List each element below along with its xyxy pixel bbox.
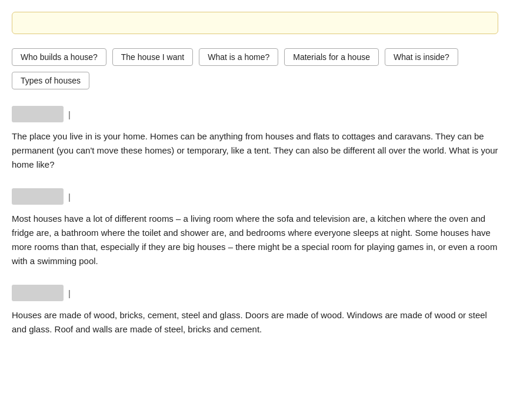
tag-tag2[interactable]: The house I want [112,48,193,66]
sections-container: |The place you live in is your home. Hom… [12,106,498,336]
answer-separator-1: | [68,109,71,119]
section-section1: |The place you live in is your home. Hom… [12,106,498,172]
answer-box-1[interactable] [12,106,64,122]
answer-box-2[interactable] [12,188,64,205]
tag-tag5[interactable]: What is inside? [385,48,458,66]
paragraph-text-1: The place you live in is your home. Home… [12,129,498,172]
tag-tag6[interactable]: Types of houses [12,72,89,89]
paragraph-text-2: Most houses have a lot of different room… [12,212,498,268]
tag-tag4[interactable]: Materials for a house [284,48,379,66]
tag-tag3[interactable]: What is a home? [199,48,278,66]
answer-row-2: | [12,188,498,205]
tag-tag1[interactable]: Who builds a house? [12,48,106,66]
paragraph-text-3: Houses are made of wood, bricks, cement,… [12,308,498,336]
answer-separator-3: | [68,288,71,298]
answer-separator-2: | [68,192,71,202]
answer-row-3: | [12,285,498,301]
instruction-box [12,12,498,34]
section-section3: |Houses are made of wood, bricks, cement… [12,285,498,336]
tags-container: Who builds a house?The house I wantWhat … [12,48,498,89]
answer-box-3[interactable] [12,285,64,301]
answer-row-1: | [12,106,498,122]
section-section2: |Most houses have a lot of different roo… [12,188,498,268]
